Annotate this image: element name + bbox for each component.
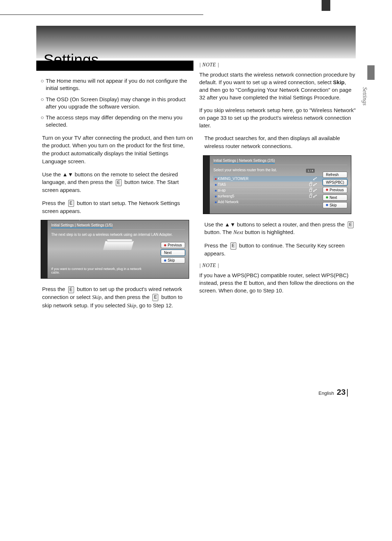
signal-icon xyxy=(313,189,317,192)
step-1: Turn on your TV after connecting the pro… xyxy=(42,134,193,165)
note-body-2: If you skip wireless network setup here,… xyxy=(199,106,356,129)
bullet-icon: ○ xyxy=(41,77,46,92)
tv1-next-button[interactable]: Next xyxy=(161,250,185,256)
step-2: Use the ▲▼ buttons on the remote to sele… xyxy=(42,171,193,194)
radio-icon xyxy=(215,201,217,203)
enter-button-icon: E xyxy=(230,242,236,249)
procedure-steps-left: Turn on your TV after connecting the pro… xyxy=(42,134,193,215)
bullet-text: The access steps may differ depending on… xyxy=(46,114,193,129)
screenshot-network-1: Initial Settings | Network Settings (1/5… xyxy=(41,220,189,279)
bullet-text: The Home menu will not appear if you do … xyxy=(46,77,193,92)
procedure-step-4: Press the E button to set up the product… xyxy=(42,285,193,310)
tv2-previous-button[interactable]: Previous xyxy=(323,187,347,193)
enter-button-icon: E xyxy=(68,286,74,293)
tv1-breadcrumb: Initial Settings | Network Settings (1/5… xyxy=(51,223,185,227)
blue-dot-icon xyxy=(326,204,328,206)
procedure-step-5: The product searches for, and then displ… xyxy=(204,134,356,150)
tv2-next-button[interactable]: Next xyxy=(323,194,347,201)
procedure-steps-right: Use the ▲▼ buttons to select a router, a… xyxy=(204,221,356,258)
tv1-skip-button[interactable]: Skip xyxy=(161,257,185,263)
signal-icon xyxy=(313,195,317,198)
step-7: Press the E button to continue. The Secu… xyxy=(204,242,356,258)
side-section-label: Settings xyxy=(362,87,368,106)
footer-page-number: 23 xyxy=(337,388,346,397)
top-rule xyxy=(0,15,203,15)
hero-banner: Settings xyxy=(36,26,356,58)
blue-dot-icon xyxy=(164,259,166,262)
footer-language: English xyxy=(319,390,334,396)
tv2-skip-button[interactable]: Skip xyxy=(323,202,347,208)
green-dot-icon xyxy=(326,196,328,198)
lock-icon xyxy=(309,183,312,186)
bullet-text: The OSD (On Screen Display) may change i… xyxy=(46,96,193,111)
notes-list: ○The Home menu will not appear if you do… xyxy=(41,77,193,129)
step-3: Press the E button to start setup. The N… xyxy=(42,199,193,215)
red-dot-icon xyxy=(164,244,166,246)
tv-sidebar xyxy=(41,220,48,278)
bullet-icon: ○ xyxy=(41,114,46,129)
tv2-breadcrumb: Initial Settings | Network Settings (2/5… xyxy=(213,159,347,163)
tv-sidebar xyxy=(203,156,210,214)
tv1-previous-button[interactable]: Previous xyxy=(161,242,185,248)
tv2-count: 1 / 4 xyxy=(306,169,315,173)
tv1-footnote: If you want to connect to your wired net… xyxy=(51,267,145,275)
screenshot-network-2: Initial Settings | Network Settings (2/5… xyxy=(203,155,351,214)
radio-icon xyxy=(215,190,217,192)
signal-icon xyxy=(313,183,317,186)
wifi-link-icon: ⟶ xyxy=(76,217,81,221)
step-4: Press the E button to set up the product… xyxy=(42,285,193,310)
enter-button-icon: E xyxy=(244,280,248,286)
page-footer: English 23| xyxy=(36,388,356,397)
note-body-1: The product starts the wireless network … xyxy=(199,71,356,101)
step-6: Use the ▲▼ buttons to select a router, a… xyxy=(204,221,356,237)
red-dot-icon xyxy=(326,189,328,191)
lock-icon xyxy=(309,195,312,198)
radio-icon xyxy=(215,184,217,186)
tv1-description: The next step is to set up a wireless ne… xyxy=(51,233,185,237)
enter-button-icon: E xyxy=(348,221,354,228)
step-5: The product searches for, and then displ… xyxy=(204,134,356,150)
tv2-wps-button[interactable]: WPS(PBC) xyxy=(323,179,347,185)
page-title: Settings xyxy=(44,51,99,69)
router-icon xyxy=(102,241,134,250)
note-label: | NOTE | xyxy=(199,62,356,68)
side-section-tab xyxy=(367,65,375,80)
radio-icon xyxy=(215,196,217,197)
lock-icon xyxy=(309,189,312,192)
tv2-refresh-button[interactable]: Refresh xyxy=(323,172,347,178)
note-label: | NOTE | xyxy=(199,263,356,269)
signal-icon xyxy=(313,177,317,180)
note-body-3: If you have a WPS(PBC) compatible router… xyxy=(199,271,356,294)
radio-icon xyxy=(215,178,217,180)
bullet-icon: ○ xyxy=(41,96,46,111)
enter-button-icon: E xyxy=(68,200,74,207)
enter-button-icon: E xyxy=(152,294,158,301)
enter-button-icon: E xyxy=(116,179,122,186)
